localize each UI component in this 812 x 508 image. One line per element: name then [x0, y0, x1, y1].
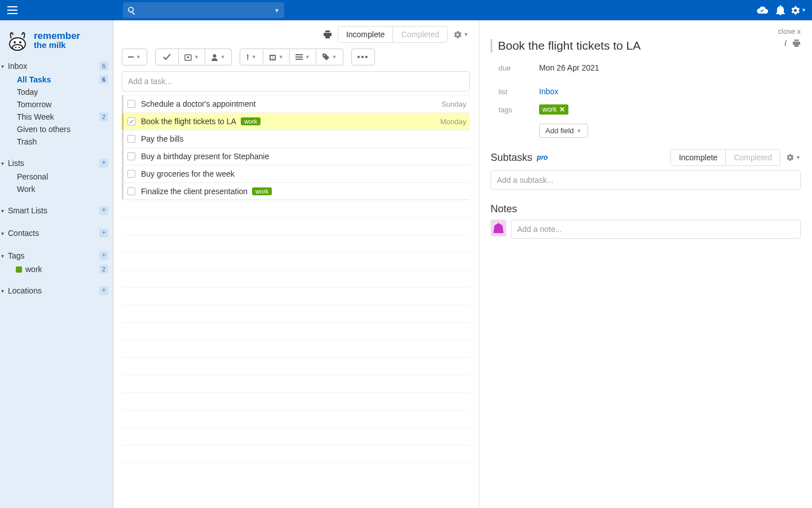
assign-button[interactable]: ▼ [205, 49, 232, 65]
sidebar-list-item[interactable]: Personal [0, 170, 113, 183]
gear-icon [453, 30, 462, 39]
task-checkbox[interactable] [127, 152, 135, 160]
svg-point-7 [15, 47, 16, 48]
gear-icon [786, 154, 794, 161]
logo-text: remember the milk [34, 31, 80, 49]
task-due: Sunday [442, 100, 466, 108]
task-title: Buy groceries for the week [141, 169, 235, 178]
sidebar-tag-item[interactable]: work2 [0, 263, 113, 275]
subtask-tabs: Incomplete Completed [670, 149, 780, 166]
svg-rect-0 [7, 6, 17, 7]
notes-heading: Notes [491, 203, 517, 215]
postpone-button[interactable]: ▼ [179, 49, 205, 65]
add-list-button[interactable]: + [99, 159, 108, 168]
svg-point-3 [129, 7, 133, 11]
more-button[interactable]: ••• [351, 49, 376, 65]
print-task-button[interactable] [792, 39, 801, 48]
task-checkbox[interactable] [127, 170, 135, 178]
priority-button[interactable]: !▼ [240, 49, 263, 65]
sidebar-view-item[interactable]: This Week2 [0, 111, 113, 123]
task-title: Buy a birthday present for Stephanie [141, 152, 269, 161]
sidebar-smartlists-header[interactable]: ▾ Smart Lists + [0, 203, 113, 218]
add-task-input[interactable] [122, 71, 470, 91]
task-title[interactable]: Book the flight tickets to LA [498, 39, 784, 52]
task-checkbox[interactable] [127, 135, 135, 143]
add-smartlist-button[interactable]: + [99, 206, 108, 215]
list-label: list [498, 87, 539, 96]
chevron-down-icon: ▾ [1, 208, 4, 214]
svg-rect-1 [7, 10, 17, 11]
task-tag-badge[interactable]: work [252, 187, 272, 195]
sync-icon[interactable] [753, 2, 771, 18]
print-button[interactable] [323, 30, 332, 39]
info-icon[interactable]: i [784, 39, 787, 48]
task-tag-badge[interactable]: work [241, 117, 261, 125]
list-move-button[interactable]: ▼ [290, 49, 316, 65]
task-tag[interactable]: work✕ [539, 104, 568, 115]
search-box[interactable]: ▼ [123, 2, 284, 18]
add-note-input[interactable] [511, 220, 801, 239]
due-value[interactable]: Mon 26 Apr 2021 [539, 63, 599, 72]
inbox-count-badge: 6 [99, 62, 108, 71]
tags-label: tags [498, 106, 539, 114]
sidebar-view-item[interactable]: Tomorrow [0, 98, 113, 111]
completion-tabs: Incomplete Completed [338, 26, 448, 43]
task-checkbox[interactable] [127, 117, 135, 125]
sidebar-tags-header[interactable]: ▾ Tags + [0, 248, 113, 263]
chevron-down-icon: ▾ [1, 160, 4, 167]
svg-point-9 [14, 41, 16, 43]
sidebar-view-item[interactable]: Trash [0, 135, 113, 148]
task-title: Pay the bills [141, 134, 183, 143]
task-row[interactable]: Pay the bills [122, 130, 470, 147]
subtab-incomplete[interactable]: Incomplete [671, 150, 725, 165]
task-checkbox[interactable] [127, 187, 135, 195]
sidebar-view-item[interactable]: Today [0, 86, 113, 98]
task-checkbox[interactable] [127, 100, 135, 108]
add-tag-button[interactable]: + [99, 251, 108, 260]
cow-logo-icon [5, 27, 30, 53]
notifications-icon[interactable] [771, 2, 789, 18]
sidebar-inbox[interactable]: ▾ Inbox 6 [0, 59, 113, 73]
sidebar-locations-header[interactable]: ▾ Locations + [0, 283, 113, 298]
search-input[interactable] [139, 6, 274, 15]
add-field-button[interactable]: Add field▼ [539, 124, 588, 138]
tag-button[interactable]: ▼ [316, 49, 343, 65]
list-value[interactable]: Inbox [539, 87, 558, 96]
task-row[interactable]: Book the flight tickets to LAworkMonday [122, 112, 470, 130]
select-button[interactable]: ▼ [122, 49, 147, 65]
complete-button[interactable] [155, 49, 179, 65]
add-contact-button[interactable]: + [99, 229, 108, 238]
tag-color-icon [16, 266, 22, 273]
task-row[interactable]: Buy groceries for the week [122, 165, 470, 182]
topbar: ▼ ▼ [0, 0, 812, 20]
tab-completed[interactable]: Completed [392, 27, 447, 42]
svg-rect-4 [132, 12, 135, 15]
subtab-completed[interactable]: Completed [725, 150, 780, 165]
task-detail-panel: close x Book the flight tickets to LA i … [479, 20, 812, 508]
add-location-button[interactable]: + [99, 286, 108, 295]
add-subtask-input[interactable] [491, 170, 801, 190]
logo[interactable]: remember the milk [0, 25, 113, 59]
sidebar-view-item[interactable]: Given to others [0, 123, 113, 135]
svg-rect-18 [295, 56, 303, 58]
sidebar-contacts-header[interactable]: ▾ Contacts + [0, 226, 113, 240]
task-title: Finalize the client presentation [141, 187, 248, 196]
task-row[interactable]: Buy a birthday present for Stephanie [122, 147, 470, 165]
close-button[interactable]: close x [778, 27, 801, 36]
subtask-settings-button[interactable]: ▼ [786, 154, 801, 161]
remove-tag-icon[interactable]: ✕ [559, 106, 565, 113]
tab-incomplete[interactable]: Incomplete [338, 27, 392, 42]
search-dropdown-icon[interactable]: ▼ [274, 7, 280, 14]
task-row[interactable]: Finalize the client presentationwork [122, 182, 470, 200]
sidebar-lists-header[interactable]: ▾ Lists + [0, 156, 113, 170]
due-button[interactable]: 1▼ [263, 49, 290, 65]
sidebar-view-item[interactable]: All Tasks6 [0, 73, 113, 86]
task-row[interactable]: Schedule a doctor's appointmentSunday [122, 95, 470, 112]
task-title: Schedule a doctor's appointment [141, 99, 255, 108]
chevron-down-icon: ▾ [1, 253, 4, 259]
svg-point-8 [19, 47, 20, 48]
sidebar-list-item[interactable]: Work [0, 183, 113, 195]
menu-button[interactable] [5, 2, 20, 18]
list-settings-button[interactable]: ▼ [453, 30, 469, 39]
settings-icon[interactable]: ▼ [789, 2, 807, 18]
